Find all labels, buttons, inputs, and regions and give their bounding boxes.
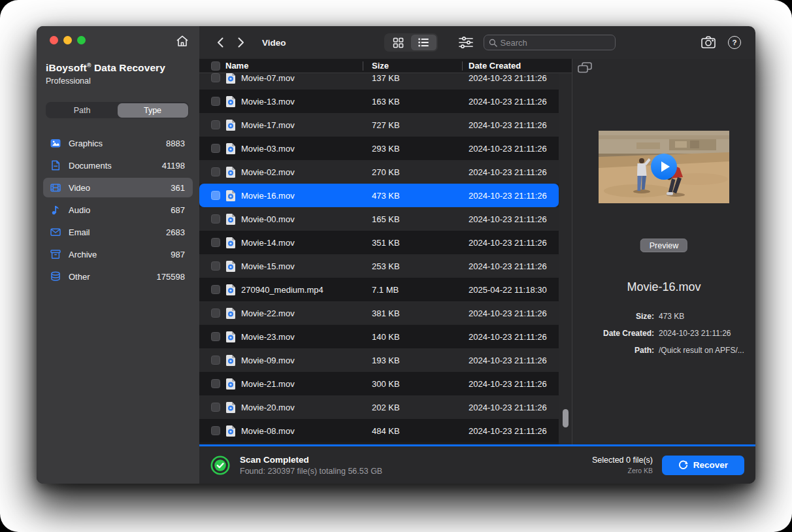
video-thumbnail [599,131,729,203]
search-input[interactable] [501,38,610,48]
recover-button[interactable]: Recover [662,456,744,475]
help-icon[interactable]: ? [728,36,741,49]
back-icon[interactable] [214,35,228,50]
row-checkbox[interactable] [211,261,220,271]
graphics-icon [50,137,61,149]
tab-path[interactable]: Path [47,103,118,118]
grid-view-icon[interactable] [386,35,411,50]
video-file-icon [225,237,236,249]
column-header-date[interactable]: Date Created [469,61,572,71]
close-button[interactable] [50,36,58,44]
table-row[interactable]: Movie-23.mov140 KB2024-10-23 21:11:26 [199,325,559,348]
status-bar: Scan Completed Found: 230397 file(s) tot… [199,446,755,484]
row-checkbox[interactable] [211,167,220,176]
file-name: Movie-02.mov [241,167,367,177]
list-view-icon[interactable] [411,35,437,50]
sidebar-item-archive[interactable]: Archive 987 [43,244,193,264]
table-row-selected[interactable]: Movie-16.mov473 KB2024-10-23 21:11:26 [199,184,559,207]
selection-summary: Selected 0 file(s) Zero KB [592,456,653,474]
video-file-icon [225,378,236,390]
video-file-icon [225,260,236,273]
table-row[interactable]: Movie-00.mov165 KB2024-10-23 21:11:26 [199,207,559,231]
file-name: Movie-08.mov [241,426,367,436]
file-date: 2024-10-23 21:11:26 [469,97,559,107]
file-name: Movie-16.mov [241,191,367,201]
sidebar-item-email[interactable]: Email 2683 [43,222,193,242]
selected-count: Selected 0 file(s) [592,456,653,465]
camera-icon[interactable] [701,35,716,50]
table-row[interactable]: 270940_medium.mp47.1 MB2025-04-22 11:18:… [199,278,559,301]
path-type-segmented-control: Path Type [46,102,189,118]
sidebar: iBoysoft® Data Recovery Professional Pat… [37,26,199,484]
tab-type[interactable]: Type [118,103,188,118]
popout-icon[interactable] [578,62,592,73]
filter-icon[interactable] [457,35,474,50]
row-checkbox[interactable] [211,426,220,435]
row-checkbox[interactable] [211,285,220,294]
row-checkbox[interactable] [211,120,220,129]
file-name: Movie-00.mov [241,214,367,224]
row-checkbox[interactable] [211,144,220,153]
row-checkbox[interactable] [211,308,220,318]
sidebar-item-audio[interactable]: Audio 687 [43,200,193,220]
forward-icon[interactable] [233,35,248,50]
file-rows: Movie-07.mov137 KB2024-10-23 21:11:26 Mo… [199,66,559,442]
row-checkbox[interactable] [211,403,220,412]
table-row[interactable]: Movie-02.mov270 KB2024-10-23 21:11:26 [199,160,559,184]
file-name: Movie-15.mov [241,261,367,271]
sidebar-item-graphics[interactable]: Graphics 8883 [43,133,193,153]
table-row[interactable]: Movie-08.mov484 KB2024-10-23 21:11:26 [199,419,559,442]
file-date: 2024-10-23 21:11:26 [469,356,559,365]
detail-size: Size: 473 KB [572,308,750,325]
table-row[interactable]: Movie-03.mov293 KB2024-10-23 21:11:26 [199,137,559,160]
video-file-icon [225,307,236,320]
table-row[interactable]: Movie-15.mov253 KB2024-10-23 21:11:26 [199,254,559,278]
category-count: 687 [171,205,185,215]
minimize-button[interactable] [63,36,72,44]
play-icon[interactable] [651,154,677,180]
file-date: 2024-10-23 21:11:26 [469,144,559,154]
video-file-icon [225,95,236,108]
other-icon [50,271,61,282]
file-name: 270940_medium.mp4 [241,285,367,295]
table-row[interactable]: Movie-09.mov193 KB2024-10-23 21:11:26 [199,348,559,372]
file-name: Movie-21.mov [241,379,367,389]
row-checkbox[interactable] [211,73,220,82]
table-row[interactable]: Movie-22.mov381 KB2024-10-23 21:11:26 [199,301,559,325]
table-row[interactable]: Movie-17.mov727 KB2024-10-23 21:11:26 [199,113,559,137]
file-size: 484 KB [372,426,463,436]
preview-button[interactable]: Preview [640,239,687,252]
column-header-name[interactable]: Name [225,61,367,71]
select-all-checkbox[interactable] [211,61,220,71]
row-checkbox[interactable] [211,332,220,341]
table-row[interactable]: Movie-21.mov300 KB2024-10-23 21:11:26 [199,372,559,395]
column-header-size[interactable]: Size [372,61,463,71]
sidebar-item-other[interactable]: Other 175598 [43,267,193,286]
table-row[interactable]: Movie-13.mov163 KB2024-10-23 21:11:26 [199,90,559,113]
file-name: Movie-14.mov [241,238,367,248]
zoom-button[interactable] [77,36,86,44]
row-checkbox[interactable] [211,356,220,365]
scrollbar-thumb[interactable] [563,409,569,427]
file-size: 381 KB [372,308,463,318]
category-count: 41198 [162,161,185,171]
file-date: 2024-10-23 21:11:26 [469,308,559,318]
content: Name Size Date Created Movie-07.mov137 K… [199,59,755,444]
video-file-icon [225,72,236,84]
file-date: 2024-10-23 21:11:26 [469,191,559,201]
breadcrumb: Video [262,38,286,48]
sidebar-item-video[interactable]: Video 361 [43,178,193,197]
table-row[interactable]: Movie-14.mov351 KB2024-10-23 21:11:26 [199,231,559,254]
row-checkbox[interactable] [211,191,220,200]
audio-icon [50,204,61,216]
row-checkbox[interactable] [211,379,220,388]
row-checkbox[interactable] [211,238,220,247]
column-divider [462,61,463,71]
column-divider [363,61,363,71]
sidebar-item-documents[interactable]: Documents 41198 [43,156,193,175]
file-date: 2024-10-23 21:11:26 [469,120,559,130]
row-checkbox[interactable] [211,214,220,224]
row-checkbox[interactable] [211,97,220,106]
home-icon[interactable] [175,34,190,48]
table-row[interactable]: Movie-20.mov202 KB2024-10-23 21:11:26 [199,395,559,419]
